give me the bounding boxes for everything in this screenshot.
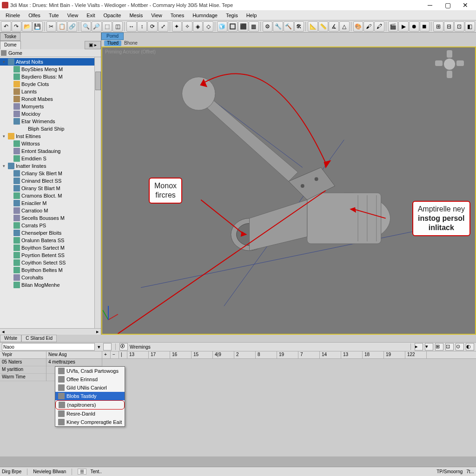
menu-humndage[interactable]: Humndage — [189, 12, 221, 19]
toolbar-button-15[interactable]: ↕ — [137, 21, 147, 32]
nav-btn-2[interactable]: ▾ — [425, 343, 433, 350]
scene-tree[interactable]: ▾Atwrst NoitsBoySbies Meng MBaydiero Blu… — [0, 57, 101, 328]
toolbar-button-27[interactable]: ▦ — [249, 21, 259, 32]
context-menu-item[interactable]: Offee Erinnsd — [55, 375, 125, 383]
left-tab-1[interactable]: Toske — [0, 33, 20, 41]
tree-node[interactable]: ▾Atwrst Noits — [0, 58, 101, 66]
toolbar-button-7[interactable]: 🔗 — [67, 21, 78, 32]
left-tab-2[interactable]: Dome — [0, 41, 21, 49]
viewport-subtab-2[interactable]: Bhone — [124, 40, 138, 46]
timeline-tick[interactable]: 7 — [298, 351, 320, 358]
toolbar-button-51[interactable]: ◧ — [465, 21, 475, 32]
view-cube-top[interactable] — [447, 50, 452, 58]
menu-tones[interactable]: Tones — [167, 12, 188, 19]
status-button[interactable]: ☰ — [78, 469, 86, 475]
timeline-tick[interactable]: 19 — [384, 351, 405, 358]
menu-mesis[interactable]: Mesis — [126, 12, 146, 19]
dope-col-2[interactable]: New Asg — [46, 351, 102, 358]
nav-btn-3[interactable]: ⊞ — [435, 343, 443, 350]
timeline-tick[interactable]: 16 — [170, 351, 192, 358]
menu-tute[interactable]: Tute — [45, 12, 63, 19]
hscroll-left[interactable]: ◂ — [0, 329, 7, 335]
menu-view[interactable]: View — [147, 12, 166, 19]
toolbar-button-26[interactable]: ⬛ — [238, 21, 248, 32]
dope-col-1[interactable]: Yepir — [0, 351, 46, 358]
tree-node[interactable]: BoySbies Meng M — [0, 66, 101, 73]
context-menu[interactable]: UVfa, Cradi PartowogsOffee ErinnsdGild U… — [55, 366, 125, 427]
dope-row-label[interactable]: 05 Naters — [0, 359, 46, 366]
toolbar-button-11[interactable]: ⬚ — [102, 21, 112, 32]
tree-node[interactable]: Wittorss — [0, 140, 101, 147]
tree-node[interactable]: Momyerts — [0, 103, 101, 110]
toolbar-button-32[interactable]: 🛠 — [294, 21, 304, 32]
toolbar-button-0[interactable]: ↶ — [1, 21, 11, 32]
view-cube-right[interactable] — [456, 60, 464, 66]
tree-node[interactable]: ▾Inatter linstes — [0, 162, 101, 170]
view-cube-bottom[interactable] — [447, 71, 452, 78]
tree-node[interactable]: Boyithon Sartect M — [0, 244, 101, 251]
tree-node[interactable]: Bliph Sarid Ship — [0, 125, 101, 132]
tree-node[interactable]: Poyrtion Betent SS — [0, 251, 101, 259]
toolbar-button-50[interactable]: ⊡ — [454, 21, 464, 32]
menu-help[interactable]: Help — [243, 12, 261, 19]
dope-row-label[interactable]: Warm Time — [0, 374, 46, 381]
menu-rinele[interactable]: Rinele — [2, 12, 24, 19]
tree-node[interactable]: Baydiero Bluss: M — [0, 73, 101, 80]
toolbar-button-41[interactable]: 🖍 — [374, 21, 384, 32]
tree-node[interactable]: Csrrats PS — [0, 222, 101, 229]
menu-view[interactable]: View — [63, 12, 82, 19]
toolbar-button-37[interactable]: △ — [339, 21, 350, 32]
context-menu-item[interactable]: UVfa, Cradi Partowogs — [55, 367, 125, 375]
toolbar-button-12[interactable]: ◫ — [112, 21, 123, 32]
object-name-input[interactable] — [2, 343, 95, 350]
timeline-tick[interactable]: 4|9 — [213, 351, 234, 358]
hscroll-right[interactable]: ▸ — [94, 329, 101, 335]
minimize-button[interactable]: ─ — [421, 0, 439, 10]
toolbar-button-36[interactable]: ∡ — [329, 21, 339, 32]
tree-node[interactable]: Corohalts — [0, 274, 101, 281]
tree-node[interactable]: Secells Bousses M — [0, 214, 101, 222]
toolbar-button-14[interactable]: ↔ — [126, 21, 137, 32]
dope-row-label[interactable]: M yarittion — [0, 366, 46, 374]
toolbar-button-25[interactable]: 🔲 — [228, 21, 238, 32]
toolbar-button-17[interactable]: ⤢ — [158, 21, 168, 32]
dope-play-btn[interactable]: − — [111, 351, 119, 358]
toolbar-button-44[interactable]: ▶ — [398, 21, 409, 32]
tree-node[interactable]: Oralunn Batera SS — [0, 237, 101, 244]
dope-play-btn[interactable]: + — [102, 351, 111, 358]
context-menu-item[interactable]: (napitroners) — [55, 400, 125, 410]
tree-node[interactable]: Entont Stadauing — [0, 147, 101, 155]
toolbar-button-49[interactable]: ⊟ — [444, 21, 454, 32]
lower-tab-0[interactable]: Wrlste — [0, 335, 21, 342]
toolbar-button-3[interactable]: 💾 — [33, 21, 43, 32]
tree-node[interactable]: Oirany St Blart M — [0, 185, 101, 192]
transform-btn-1[interactable] — [103, 343, 112, 350]
tree-node[interactable]: Carratioo M — [0, 207, 101, 214]
left-panel-expand[interactable]: ▣ ▸ — [85, 41, 101, 49]
timeline-tick[interactable]: 14 — [320, 351, 341, 358]
toolbar-button-9[interactable]: 🔍 — [81, 21, 91, 32]
toolbar-button-2[interactable]: 📂 — [22, 21, 32, 32]
toolbar-button-1[interactable]: ↷ — [12, 21, 22, 32]
tree-node[interactable]: Cninand Blect SS — [0, 177, 101, 185]
tree-node[interactable]: Eniaciler M — [0, 199, 101, 207]
maximize-button[interactable]: ▢ — [439, 0, 456, 10]
view-cube-left[interactable] — [435, 60, 443, 66]
timeline-tick[interactable]: 8 — [256, 351, 277, 358]
timeline-tick[interactable]: 2 — [234, 351, 256, 358]
context-menu-item[interactable]: Resre-Danld — [55, 410, 125, 418]
lower-tab-1[interactable]: C Sliarsd Eid — [21, 335, 57, 342]
tree-node[interactable]: Boyde Clots — [0, 80, 101, 88]
context-menu-item[interactable]: Blobs Tastidy — [55, 392, 125, 400]
menu-olfes[interactable]: Olfes — [25, 12, 44, 19]
tree-node[interactable]: Bilan MogMenhe — [0, 281, 101, 289]
nav-btn-4[interactable]: ⊡ — [445, 343, 454, 350]
tree-node[interactable]: Coyithon Setect SS — [0, 259, 101, 266]
toolbar-button-35[interactable]: 📏 — [318, 21, 329, 32]
toolbar-button-40[interactable]: 🖌 — [364, 21, 374, 32]
context-menu-item[interactable]: Gild UNlis Caniorl — [55, 383, 125, 392]
dope-row-value[interactable]: 4 mettrazpes — [46, 359, 102, 366]
tree-node[interactable]: Boyithon Beltes M — [0, 266, 101, 274]
nav-btn-6[interactable]: ◐ — [466, 343, 474, 350]
context-menu-item[interactable]: Kiney Compreragtle Eait — [55, 418, 125, 426]
